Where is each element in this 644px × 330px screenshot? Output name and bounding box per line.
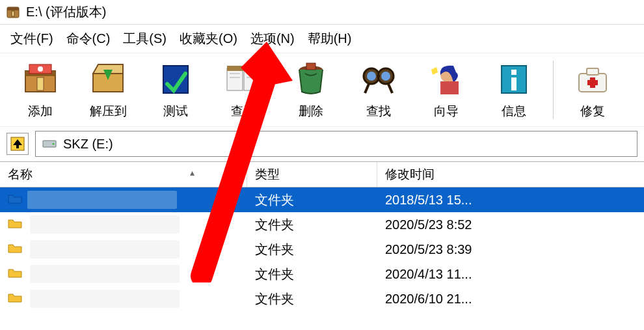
view-label: 查看 (231, 103, 256, 120)
row-name-redacted (30, 265, 180, 283)
row-type: 文件夹 (247, 241, 377, 258)
row-name-redacted (30, 215, 180, 234)
svg-point-23 (367, 72, 376, 81)
column-name[interactable]: 名称 ▴ (0, 162, 247, 187)
wizard-icon (427, 57, 465, 102)
row-name-redacted (27, 191, 177, 209)
sort-indicator-icon: ▴ (190, 167, 195, 178)
folder-icon (8, 217, 22, 232)
svg-rect-32 (511, 70, 517, 75)
svg-rect-25 (377, 75, 380, 77)
info-label: 信息 (502, 103, 526, 120)
svg-point-41 (53, 143, 55, 145)
toolbar-separator (553, 61, 554, 119)
delete-icon (292, 57, 330, 102)
svg-rect-2 (12, 11, 14, 16)
toolbar: 添加 解压到 测试 (0, 53, 644, 126)
add-button[interactable]: 添加 (8, 57, 73, 122)
up-button[interactable] (7, 133, 29, 155)
svg-rect-1 (7, 7, 19, 10)
menu-help[interactable]: 帮助(H) (308, 30, 352, 48)
table-row[interactable]: 文件夹 2020/5/23 8:52 (0, 212, 644, 237)
svg-rect-14 (227, 66, 260, 71)
svg-line-27 (388, 84, 392, 93)
test-icon (157, 57, 195, 102)
folder-icon (8, 292, 22, 307)
menu-tools[interactable]: 工具(S) (123, 30, 167, 48)
table-row[interactable]: 文件夹 2020/4/13 11... (0, 262, 644, 286)
row-mtime: 2020/4/13 11... (377, 267, 644, 282)
row-mtime: 2018/5/13 15... (377, 193, 644, 208)
extract-button[interactable]: 解压到 (75, 57, 141, 122)
row-type: 文件夹 (247, 290, 377, 308)
svg-rect-37 (587, 80, 598, 85)
test-button[interactable]: 测试 (143, 57, 208, 122)
info-button[interactable]: 信息 (481, 57, 546, 122)
view-button[interactable]: 查看 (211, 57, 276, 122)
row-type: 文件夹 (247, 216, 377, 234)
row-type: 文件夹 (247, 266, 377, 283)
row-name-redacted (30, 290, 180, 308)
info-icon (495, 57, 533, 102)
svg-rect-12 (227, 68, 243, 90)
find-icon (360, 57, 397, 102)
row-mtime: 2020/5/23 8:39 (377, 242, 644, 257)
archive-extract-icon (89, 57, 127, 102)
svg-rect-33 (511, 77, 517, 90)
app-icon (5, 5, 21, 20)
wizard-label: 向导 (434, 103, 459, 120)
menu-bar: 文件(F) 命令(C) 工具(S) 收藏夹(O) 选项(N) 帮助(H) (0, 25, 644, 53)
menu-file[interactable]: 文件(F) (10, 30, 53, 48)
archive-add-icon (21, 57, 59, 102)
path-bar: SKZ (E:) (0, 126, 644, 161)
repair-icon (574, 57, 611, 102)
find-label: 查找 (366, 103, 391, 120)
wizard-button[interactable]: 向导 (414, 57, 479, 122)
svg-rect-5 (37, 77, 44, 90)
table-row[interactable]: 文件夹 2018/5/13 15... (0, 187, 644, 212)
repair-label: 修复 (580, 103, 605, 120)
menu-favorites[interactable]: 收藏夹(O) (180, 30, 237, 48)
title-bar: E:\ (评估版本) (0, 0, 644, 25)
svg-point-24 (381, 72, 390, 81)
extract-label: 解压到 (90, 103, 127, 120)
folder-icon (8, 242, 22, 257)
menu-commands[interactable]: 命令(C) (66, 30, 111, 48)
svg-rect-13 (244, 68, 260, 90)
test-label: 测试 (163, 103, 188, 120)
svg-point-7 (38, 66, 43, 72)
path-text: SKZ (E:) (63, 137, 113, 152)
svg-rect-29 (440, 81, 459, 94)
folder-icon (8, 193, 22, 208)
svg-line-26 (365, 84, 369, 93)
folder-icon (8, 267, 22, 282)
table-row[interactable]: 文件夹 2020/6/10 21... (0, 286, 644, 311)
row-mtime: 2020/6/10 21... (377, 292, 644, 307)
table-row[interactable]: 文件夹 2020/5/23 8:39 (0, 237, 644, 262)
file-list: 文件夹 2018/5/13 15... 文件夹 2020/5/23 8:52 文… (0, 187, 644, 311)
view-icon (224, 57, 262, 102)
column-headers: 名称 ▴ 类型 修改时间 (0, 161, 644, 187)
svg-rect-20 (306, 63, 315, 70)
delete-label: 删除 (299, 103, 323, 120)
row-mtime: 2020/5/23 8:52 (377, 217, 644, 232)
path-field[interactable]: SKZ (E:) (35, 131, 637, 157)
row-type: 文件夹 (247, 191, 377, 209)
repair-button[interactable]: 修复 (560, 57, 625, 122)
row-name-redacted (30, 240, 180, 258)
drive-icon (42, 139, 57, 149)
up-arrow-icon (10, 136, 25, 152)
column-type[interactable]: 类型 (247, 162, 377, 187)
column-mtime[interactable]: 修改时间 (377, 162, 644, 187)
window-title: E:\ (评估版本) (26, 3, 106, 21)
svg-rect-35 (587, 68, 598, 75)
menu-options[interactable]: 选项(N) (250, 30, 295, 48)
svg-marker-30 (431, 67, 438, 75)
add-label: 添加 (28, 103, 53, 120)
find-button[interactable]: 查找 (346, 57, 411, 122)
delete-button[interactable]: 删除 (278, 57, 343, 122)
